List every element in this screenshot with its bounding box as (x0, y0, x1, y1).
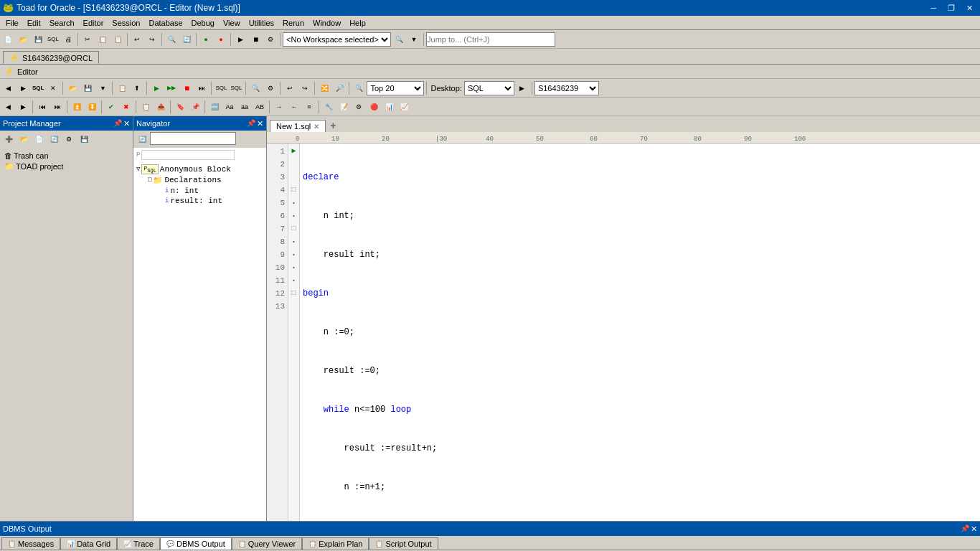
r2-magnify-btn[interactable]: 🔍 (352, 81, 366, 95)
nav-n-int-node[interactable]: i n: int (164, 186, 265, 196)
project-trash-item[interactable]: 🗑 Trash can (3, 151, 130, 161)
findreplace-btn[interactable]: 🔄 (179, 32, 194, 47)
r3-btn18[interactable]: 🔴 (367, 100, 381, 114)
proj-refresh-btn[interactable]: 🔄 (47, 132, 61, 146)
r2-btn10[interactable]: ↩ (283, 81, 297, 95)
r2-btn6[interactable]: ⬆ (130, 81, 144, 95)
dbms-tab-queryviewer[interactable]: 📋 Query Viewer (232, 537, 302, 550)
r3-btn2[interactable]: ▶ (16, 100, 30, 114)
r3-btn11[interactable]: Aa (222, 100, 237, 114)
menu-utilities[interactable]: Utilities (245, 17, 278, 29)
r3-outdent-btn[interactable]: ← (287, 100, 301, 114)
r3-btn19[interactable]: 📊 (382, 100, 396, 114)
r2-btn13[interactable]: 🔎 (332, 81, 347, 95)
menu-view[interactable]: View (219, 17, 245, 29)
r2-btn8[interactable]: 🔍 (248, 81, 263, 95)
r2-stop-btn[interactable]: ⏹ (179, 81, 194, 95)
project-pin-icon[interactable]: 📌 (113, 119, 122, 128)
dbms-tab-trace[interactable]: 📈 Trace (117, 537, 160, 550)
r3-btn4[interactable]: ⏭ (50, 100, 65, 114)
r3-btn12[interactable]: aa (237, 100, 252, 114)
proj-open-btn[interactable]: 📂 (17, 132, 31, 146)
nav-pin-icon[interactable]: 📌 (247, 119, 255, 128)
workspace-combo[interactable]: <No Workspace selected> (283, 32, 391, 47)
restore-btn[interactable]: ❐ (943, 4, 959, 13)
r3-btn16[interactable]: 📝 (336, 100, 351, 114)
project-close-icon[interactable]: ✕ (123, 119, 130, 128)
menu-help[interactable]: Help (345, 17, 370, 29)
nav-anon-block[interactable]: ▽ PSQL Anonymous Block (135, 164, 265, 175)
print-btn[interactable]: 🖨 (61, 32, 75, 47)
tb-btn-misc2[interactable]: ⏹ (248, 32, 263, 47)
nav-search-box[interactable] (141, 150, 235, 160)
open-btn[interactable]: 📂 (16, 32, 30, 47)
redo-btn[interactable]: ↪ (145, 32, 159, 47)
r3-btn13[interactable]: AB (253, 100, 267, 114)
paste-btn[interactable]: 📋 (110, 32, 125, 47)
tb-btn-misc3[interactable]: ⚙ (263, 32, 278, 47)
minimize-btn[interactable]: ─ (926, 4, 941, 13)
r3-btn3[interactable]: ⏮ (35, 100, 50, 114)
schema-combo[interactable]: S16436239 (534, 81, 599, 95)
add-tab-btn[interactable]: + (326, 118, 340, 133)
r3-rollback-btn[interactable]: ✖ (119, 100, 133, 114)
r2-profile-btn[interactable]: ▶ (515, 81, 529, 95)
r2-run-btn[interactable]: ▶ (149, 81, 164, 95)
dbms-tab-datagrid[interactable]: 📊 Data Grid (60, 537, 117, 550)
r3-btn7[interactable]: 📋 (138, 100, 153, 114)
proj-new-btn[interactable]: 📄 (32, 132, 46, 146)
r3-sort-btn[interactable]: 🔤 (207, 100, 222, 114)
r2-btn5[interactable]: 📋 (115, 81, 129, 95)
project-toad-item[interactable]: 📁 TOAD project (3, 161, 130, 171)
disconnect-btn[interactable]: ● (214, 32, 228, 47)
code-tab-close[interactable]: ✕ (314, 123, 319, 131)
desktop-combo[interactable]: SQL (464, 81, 514, 95)
r3-indent-btn[interactable]: → (272, 100, 286, 114)
r3-btn5[interactable]: ⏫ (70, 100, 84, 114)
nav-declarations-node[interactable]: □ 📁 Declarations (146, 175, 265, 186)
code-tab-active[interactable]: New 1.sql ✕ (270, 120, 326, 132)
code-editor[interactable]: 1 2 3 4 5 6 7 8 9 10 11 12 13 ▶ □ • (267, 143, 980, 521)
r2-explain-btn[interactable]: SQL (214, 81, 228, 95)
menu-file[interactable]: File (1, 17, 23, 29)
r3-btn14[interactable]: ≡ (302, 100, 316, 114)
workspace-opts-btn[interactable]: ▼ (407, 32, 421, 47)
dbms-tab-messages[interactable]: 📋 Messages (1, 537, 60, 550)
nav-refresh-btn[interactable]: 🔄 (135, 132, 149, 146)
code-content[interactable]: declare n int; result int; begin n :=0; … (300, 143, 980, 521)
new-btn[interactable]: 📄 (1, 32, 15, 47)
proj-save-btn[interactable]: 💾 (77, 132, 91, 146)
jumpto-input[interactable] (426, 32, 555, 47)
tb-btn-misc1[interactable]: ▶ (233, 32, 248, 47)
save-all-btn[interactable]: SQL (46, 32, 60, 47)
save-btn[interactable]: 💾 (31, 32, 45, 47)
menu-editor[interactable]: Editor (79, 17, 108, 29)
undo-btn[interactable]: ↩ (130, 32, 144, 47)
session-tab[interactable]: ⚡ S16436239@ORCL (3, 51, 99, 64)
close-btn[interactable]: ✕ (962, 4, 977, 13)
menu-search[interactable]: Search (45, 17, 79, 29)
r3-btn1[interactable]: ◀ (1, 100, 15, 114)
dbms-tab-scriptoutput[interactable]: 📋 Script Output (369, 537, 438, 550)
dbms-close-icon[interactable]: ✕ (971, 524, 977, 534)
top20-combo[interactable]: Top 20 (367, 81, 424, 95)
r3-btn9[interactable]: 🔖 (173, 100, 187, 114)
r3-commit-btn[interactable]: ✔ (104, 100, 118, 114)
cut-btn[interactable]: ✂ (80, 32, 95, 47)
r2-btn4[interactable]: ▼ (95, 81, 110, 95)
nav-result-int-node[interactable]: i result: int (164, 196, 265, 206)
r3-btn8[interactable]: 📤 (154, 100, 168, 114)
menu-window[interactable]: Window (308, 17, 345, 29)
r3-btn10[interactable]: 📌 (188, 100, 202, 114)
r2-btn11[interactable]: ↪ (298, 81, 312, 95)
menu-debug[interactable]: Debug (187, 17, 219, 29)
r2-btn9[interactable]: ⚙ (263, 81, 278, 95)
r2-btn3[interactable]: ✕ (46, 81, 60, 95)
dbms-pin-icon[interactable]: 📌 (961, 524, 969, 534)
nav-search-input[interactable] (150, 132, 236, 145)
r2-btn7[interactable]: ⏭ (194, 81, 209, 95)
r2-explain2-btn[interactable]: SQL (229, 81, 243, 95)
menu-rerun[interactable]: Rerun (278, 17, 308, 29)
r2-btn12[interactable]: 🔀 (317, 81, 331, 95)
dbms-tab-explain[interactable]: 📋 Explain Plan (302, 537, 369, 550)
